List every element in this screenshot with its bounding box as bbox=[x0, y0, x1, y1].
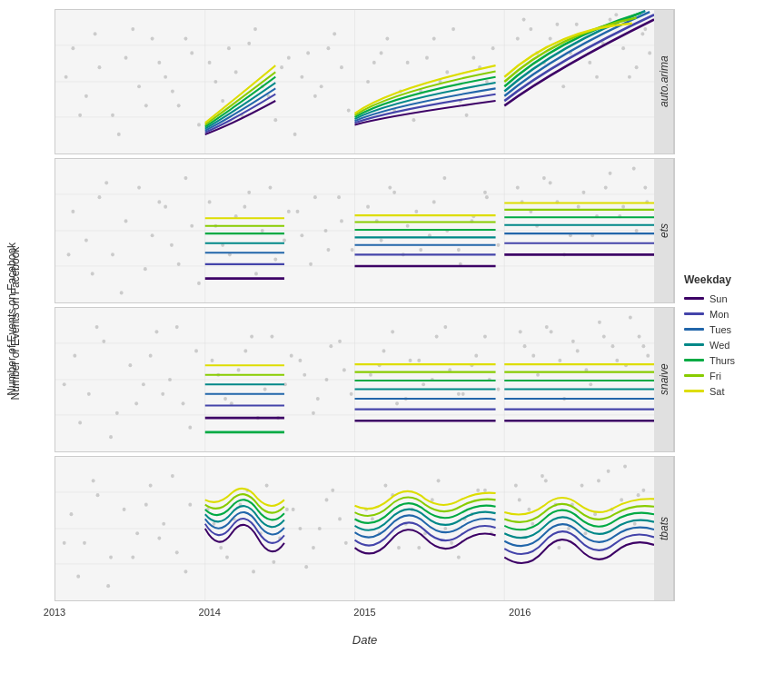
svg-point-322 bbox=[175, 550, 179, 554]
svg-point-239 bbox=[558, 359, 561, 362]
svg-point-245 bbox=[638, 334, 641, 338]
svg-point-275 bbox=[483, 334, 487, 338]
svg-point-213 bbox=[182, 401, 185, 405]
svg-point-49 bbox=[78, 114, 82, 117]
svg-point-141 bbox=[120, 291, 124, 294]
svg-point-316 bbox=[96, 493, 100, 497]
svg-point-214 bbox=[194, 349, 198, 352]
svg-point-22 bbox=[287, 56, 291, 60]
svg-point-317 bbox=[109, 555, 113, 559]
legend-label-sat: Sat bbox=[710, 386, 725, 397]
svg-point-15 bbox=[190, 51, 194, 54]
svg-point-334 bbox=[338, 517, 342, 520]
svg-point-150 bbox=[254, 272, 258, 275]
panel-auto-arima: auto.arima bbox=[55, 9, 675, 154]
svg-point-10 bbox=[124, 56, 128, 60]
legend-title: Weekday bbox=[684, 273, 775, 286]
svg-point-78 bbox=[491, 46, 495, 50]
panel-ets: ets bbox=[55, 158, 675, 303]
svg-point-86 bbox=[614, 13, 618, 16]
svg-point-136 bbox=[635, 229, 639, 233]
svg-point-65 bbox=[306, 51, 310, 54]
svg-point-102 bbox=[151, 233, 154, 237]
svg-point-35 bbox=[471, 56, 475, 60]
svg-point-368 bbox=[252, 569, 255, 573]
svg-point-126 bbox=[485, 195, 489, 199]
svg-point-265 bbox=[338, 340, 342, 343]
x-tick-2014: 2014 bbox=[199, 607, 221, 618]
svg-point-154 bbox=[309, 262, 313, 266]
legend-label-tues: Tues bbox=[710, 324, 731, 335]
panel-svg-snaive bbox=[55, 308, 654, 451]
svg-point-356 bbox=[63, 541, 66, 545]
svg-point-87 bbox=[628, 75, 631, 79]
svg-point-344 bbox=[483, 489, 487, 492]
svg-point-106 bbox=[208, 200, 212, 203]
svg-point-242 bbox=[598, 321, 601, 324]
svg-point-101 bbox=[137, 185, 141, 189]
svg-point-350 bbox=[581, 483, 584, 487]
svg-point-250 bbox=[109, 435, 113, 439]
svg-point-386 bbox=[518, 498, 521, 501]
legend-item-sat: Sat bbox=[684, 386, 775, 397]
svg-point-209 bbox=[128, 363, 132, 367]
svg-point-172 bbox=[577, 205, 581, 209]
svg-point-26 bbox=[340, 65, 343, 69]
legend-color-fri bbox=[684, 374, 704, 377]
svg-point-45 bbox=[621, 46, 625, 50]
svg-point-374 bbox=[331, 489, 334, 492]
svg-point-375 bbox=[344, 541, 348, 545]
svg-point-389 bbox=[557, 546, 561, 549]
svg-point-372 bbox=[304, 565, 308, 569]
svg-point-373 bbox=[318, 527, 322, 530]
svg-point-98 bbox=[98, 195, 102, 199]
svg-point-358 bbox=[92, 479, 95, 482]
legend-item-wed: Wed bbox=[684, 340, 775, 351]
svg-point-255 bbox=[188, 426, 192, 430]
svg-point-146 bbox=[197, 282, 201, 285]
svg-point-40 bbox=[555, 23, 559, 26]
svg-point-252 bbox=[149, 354, 153, 358]
svg-point-224 bbox=[329, 344, 332, 348]
panel-label-snaive: snaive bbox=[654, 308, 674, 451]
svg-point-114 bbox=[313, 195, 317, 199]
svg-point-174 bbox=[604, 185, 608, 189]
svg-point-231 bbox=[435, 334, 439, 338]
svg-point-357 bbox=[76, 575, 80, 579]
svg-point-151 bbox=[269, 185, 273, 189]
svg-point-81 bbox=[549, 36, 552, 40]
x-axis-ticks: 2013 2014 2015 2016 bbox=[55, 607, 675, 629]
svg-point-263 bbox=[312, 411, 315, 415]
panel-svg-tbats bbox=[55, 457, 654, 600]
svg-point-260 bbox=[270, 334, 273, 338]
legend-label-mon: Mon bbox=[710, 309, 729, 320]
svg-point-161 bbox=[414, 210, 418, 213]
svg-point-253 bbox=[161, 392, 164, 396]
svg-point-145 bbox=[184, 176, 187, 180]
svg-point-57 bbox=[197, 123, 201, 126]
svg-point-159 bbox=[388, 185, 392, 189]
svg-point-216 bbox=[223, 397, 227, 401]
svg-point-96 bbox=[71, 210, 74, 213]
svg-point-155 bbox=[324, 229, 328, 233]
svg-point-152 bbox=[283, 238, 286, 242]
svg-point-364 bbox=[184, 569, 187, 573]
svg-point-43 bbox=[595, 75, 599, 79]
svg-point-111 bbox=[273, 257, 277, 261]
svg-point-132 bbox=[582, 191, 586, 194]
svg-point-236 bbox=[519, 330, 522, 333]
svg-point-230 bbox=[422, 382, 425, 386]
svg-point-282 bbox=[589, 382, 592, 386]
svg-point-113 bbox=[300, 233, 303, 237]
svg-point-28 bbox=[380, 51, 383, 54]
svg-point-229 bbox=[409, 359, 412, 362]
legend-area: Weekday Sun Mon Tues Wed Thurs bbox=[675, 9, 775, 647]
legend-item-tues: Tues bbox=[684, 324, 775, 335]
svg-point-121 bbox=[419, 248, 422, 252]
svg-point-156 bbox=[337, 195, 341, 199]
svg-point-75 bbox=[452, 27, 455, 31]
svg-point-76 bbox=[465, 114, 469, 117]
svg-point-284 bbox=[615, 359, 619, 362]
svg-point-67 bbox=[332, 32, 336, 35]
panels-area: auto.arima bbox=[55, 9, 675, 647]
